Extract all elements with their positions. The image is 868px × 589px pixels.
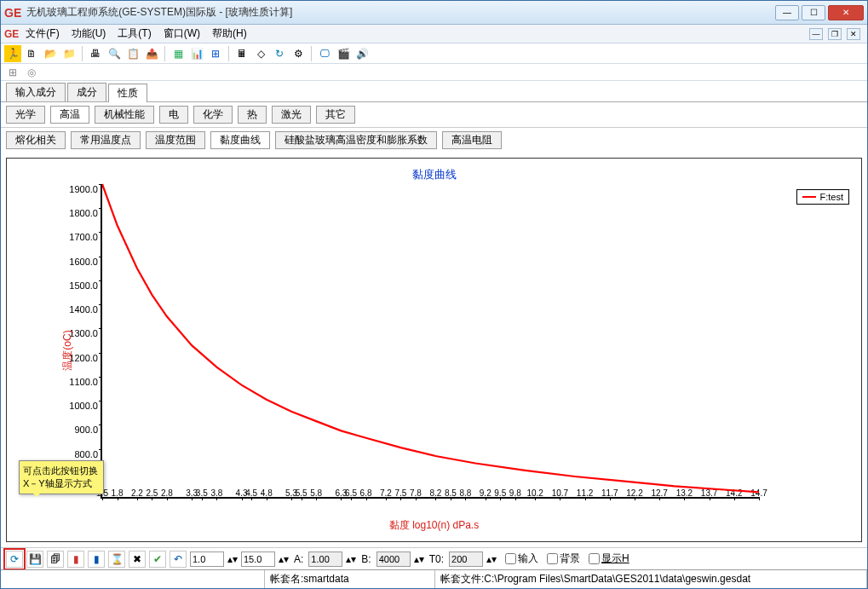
spin-min-stepper[interactable]: ▴▾: [227, 553, 238, 565]
grid-icon[interactable]: ▦: [170, 45, 187, 62]
erase-icon[interactable]: ◇: [252, 45, 269, 62]
mdi-close-button[interactable]: ✕: [847, 28, 860, 40]
field-b-stepper[interactable]: ▴▾: [414, 553, 424, 565]
table-icon[interactable]: ⊞: [207, 45, 224, 62]
chart-panel: 黏度曲线 700.0800.0900.01000.01100.01200.013…: [6, 158, 862, 542]
spin-min[interactable]: [190, 551, 224, 567]
undo-icon[interactable]: ↶: [170, 551, 187, 568]
tabs-level1: 输入成分 成分 性质: [1, 81, 867, 102]
mdi-minimize-button[interactable]: —: [809, 28, 823, 40]
hint-tooltip: 可点击此按钮切换X－Y轴显示方式: [19, 460, 104, 494]
tabs-level3: 熔化相关 常用温度点 温度范围 黏度曲线 硅酸盐玻璃高温密度和膨胀系数 高温电阻: [1, 128, 867, 153]
field-a[interactable]: [308, 551, 342, 567]
tab-optical[interactable]: 光学: [6, 106, 45, 124]
swap-axes-button[interactable]: ⟳: [6, 551, 23, 568]
menu-file[interactable]: 文件(F): [26, 26, 59, 41]
monitor-icon[interactable]: 🖵: [316, 45, 333, 62]
preview-icon[interactable]: 🔍: [106, 45, 123, 62]
new-icon[interactable]: 🗎: [23, 45, 40, 62]
settings-icon[interactable]: ⚙: [290, 45, 307, 62]
tabs-level2: 光学 高温 机械性能 电 化学 热 激光 其它: [1, 102, 867, 128]
legend-swatch-icon: [802, 196, 816, 198]
chart-icon[interactable]: 📊: [188, 45, 205, 62]
tab-mechanical[interactable]: 机械性能: [95, 106, 154, 124]
y-tick: 1700.0: [69, 232, 98, 242]
tab-high-temp[interactable]: 高温: [50, 106, 89, 124]
y-tick: 1800.0: [69, 208, 98, 218]
periodic-icon[interactable]: ⊞: [4, 64, 21, 81]
maximize-button[interactable]: ☐: [802, 5, 825, 20]
calc-icon[interactable]: 🖩: [233, 45, 250, 62]
tab-electric[interactable]: 电: [159, 106, 188, 124]
label-a: A:: [294, 553, 303, 565]
spin-max-stepper[interactable]: ▴▾: [279, 553, 289, 565]
toolbar-main: 🏃 🗎 📂 📁 🖶 🔍 📋 📤 ▦ 📊 ⊞ 🖩 ◇ ↻ ⚙ 🖵 🎬 🔊: [1, 43, 867, 64]
titlebar: GE 无机玻璃工程师系统(GE-SYSTEM)国际版 - [玻璃性质计算] — …: [1, 1, 867, 25]
menu-tools[interactable]: 工具(T): [118, 26, 151, 41]
hourglass-icon[interactable]: ⌛: [108, 551, 125, 568]
tab-other[interactable]: 其它: [316, 106, 355, 124]
tab-silicate-density[interactable]: 硅酸盐玻璃高温密度和膨胀系数: [275, 131, 437, 149]
menu-help[interactable]: 帮助(H): [212, 26, 247, 41]
x-axis-label: 黏度 log10(n) dPa.s: [7, 518, 861, 533]
status-account: 帐套名:smartdata: [265, 570, 435, 588]
target-icon[interactable]: ◎: [23, 64, 40, 81]
menu-function[interactable]: 功能(U): [72, 26, 106, 41]
bar-icon[interactable]: ▮: [67, 551, 84, 568]
checkbox-background[interactable]: 背景: [547, 551, 580, 566]
y-tick: 1400.0: [69, 304, 98, 315]
refresh-icon[interactable]: ↻: [271, 45, 288, 62]
checkbox-input[interactable]: 输入: [505, 551, 538, 566]
media-icon[interactable]: 🎬: [335, 45, 352, 62]
tab-temp-range[interactable]: 温度范围: [146, 131, 205, 149]
disk-icon[interactable]: 💾: [26, 551, 43, 568]
report-icon[interactable]: 📋: [124, 45, 141, 62]
app-window: GE 无机玻璃工程师系统(GE-SYSTEM)国际版 - [玻璃性质计算] — …: [0, 0, 868, 589]
bottom-toolbar: ⟳ 💾 🗐 ▮ ▮ ⌛ ✖ ✔ ↶ ▴▾ ▴▾ A: ▴▾ B: ▴▾ T0: …: [1, 547, 867, 569]
spin-max[interactable]: [241, 551, 275, 567]
tab-composition[interactable]: 成分: [67, 83, 106, 101]
checkbox-show[interactable]: 显示H: [589, 551, 629, 566]
statusbar: 帐套名:smartdata 帐套文件:C:\Program Files\Smar…: [1, 569, 867, 588]
sound-icon[interactable]: 🔊: [354, 45, 371, 62]
y-axis-label: 温度(oC): [60, 330, 75, 370]
open-icon[interactable]: 📂: [42, 45, 59, 62]
run-icon[interactable]: 🏃: [4, 45, 21, 62]
tab-laser[interactable]: 激光: [272, 106, 311, 124]
tab-properties[interactable]: 性质: [108, 84, 147, 102]
field-t0[interactable]: [449, 551, 483, 567]
copy-icon[interactable]: 🗐: [47, 551, 64, 568]
field-b[interactable]: [377, 551, 411, 567]
minimize-button[interactable]: —: [775, 5, 799, 20]
tab-chemical[interactable]: 化学: [193, 106, 233, 124]
tab-common-temp[interactable]: 常用温度点: [71, 131, 141, 149]
menubar-logo-icon: GE: [4, 28, 19, 40]
tab-high-temp-resist[interactable]: 高温电阻: [442, 131, 502, 149]
export-icon[interactable]: 📤: [143, 45, 160, 62]
folder-icon[interactable]: 📁: [60, 45, 78, 62]
field-a-stepper[interactable]: ▴▾: [346, 553, 356, 565]
tab-viscosity-curve[interactable]: 黏度曲线: [210, 131, 270, 149]
plot-area: 700.0800.0900.01000.01100.01200.01300.01…: [101, 184, 759, 499]
legend-label: F:test: [819, 192, 843, 202]
field-t0-stepper[interactable]: ▴▾: [486, 553, 497, 565]
y-tick: 1600.0: [69, 257, 98, 267]
bar2-icon[interactable]: ▮: [88, 551, 105, 568]
y-tick: 1100.0: [69, 377, 98, 387]
check-icon[interactable]: ✔: [149, 551, 166, 568]
status-file: 帐套文件:C:\Program Files\SmartData\GES2011\…: [435, 570, 867, 588]
tab-thermal[interactable]: 热: [238, 106, 267, 124]
tools-icon[interactable]: ✖: [129, 551, 146, 568]
y-tick: 900.0: [74, 424, 98, 435]
mdi-restore-button[interactable]: ❐: [828, 28, 842, 40]
chart-title: 黏度曲线: [7, 167, 861, 182]
y-tick: 1500.0: [69, 280, 98, 291]
menu-window[interactable]: 窗口(W): [164, 26, 200, 41]
mdi-controls: — ❐ ✕: [809, 28, 864, 40]
tab-input-composition[interactable]: 输入成分: [6, 83, 66, 101]
tab-melting[interactable]: 熔化相关: [6, 131, 66, 149]
close-button[interactable]: ✕: [828, 5, 864, 20]
y-tick: 1900.0: [69, 184, 98, 194]
print-icon[interactable]: 🖶: [87, 45, 104, 62]
app-logo-icon: GE: [4, 6, 21, 20]
